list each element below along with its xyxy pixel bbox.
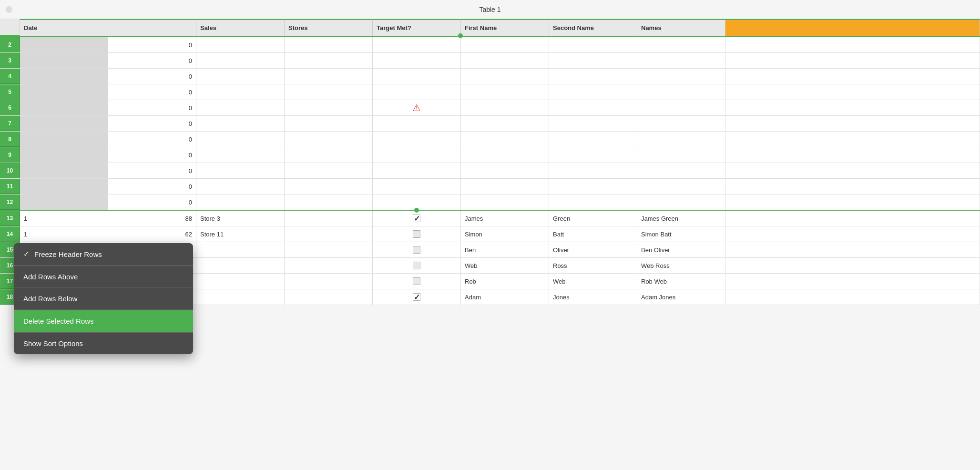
- cell-names[interactable]: [637, 132, 725, 147]
- checkbox[interactable]: [413, 246, 420, 254]
- row-number[interactable]: 6: [0, 100, 20, 115]
- row-number[interactable]: 2: [0, 37, 20, 52]
- cell-date[interactable]: [20, 163, 108, 178]
- cell-col2[interactable]: 0: [108, 69, 196, 84]
- cell-sname[interactable]: Oliver: [549, 242, 637, 257]
- cell-sname[interactable]: [549, 37, 637, 52]
- cell-col2[interactable]: 0: [108, 100, 196, 115]
- cell-sales[interactable]: [196, 69, 285, 84]
- cell-fname[interactable]: Simon: [461, 226, 549, 242]
- frozen-row-handle[interactable]: [414, 208, 419, 213]
- cell-sname[interactable]: Green: [549, 211, 637, 226]
- cell-extra[interactable]: [725, 163, 980, 178]
- cell-fname[interactable]: [461, 194, 549, 210]
- cell-fname[interactable]: [461, 163, 549, 178]
- cell-target[interactable]: [373, 226, 461, 242]
- cell-stores[interactable]: [285, 258, 373, 273]
- cell-fname[interactable]: Web: [461, 258, 549, 273]
- cell-extra[interactable]: [725, 116, 980, 131]
- cell-date[interactable]: [20, 116, 108, 131]
- cell-target[interactable]: [373, 53, 461, 68]
- cell-fname[interactable]: Adam: [461, 289, 549, 305]
- cell-names[interactable]: [637, 116, 725, 131]
- cell-sname[interactable]: [549, 100, 637, 115]
- cell-fname[interactable]: [461, 69, 549, 84]
- row-number[interactable]: 10: [0, 163, 20, 178]
- cell-fname[interactable]: [461, 147, 549, 163]
- cell-sales[interactable]: [196, 179, 285, 194]
- cell-extra[interactable]: [725, 179, 980, 194]
- cell-sales[interactable]: [196, 163, 285, 178]
- cell-stores[interactable]: [285, 226, 373, 242]
- cell-sname[interactable]: [549, 69, 637, 84]
- cell-names[interactable]: [637, 37, 725, 52]
- cell-extra[interactable]: [725, 211, 980, 226]
- row-number[interactable]: 4: [0, 69, 20, 84]
- cell-date[interactable]: [20, 179, 108, 194]
- cell-sname[interactable]: Batt: [549, 226, 637, 242]
- cell-sales[interactable]: [196, 84, 285, 100]
- cell-sname[interactable]: [549, 147, 637, 163]
- cell-col2[interactable]: 0: [108, 116, 196, 131]
- cell-sname[interactable]: [549, 132, 637, 147]
- row-number[interactable]: 12: [0, 194, 20, 210]
- cell-stores[interactable]: [285, 179, 373, 194]
- cell-target[interactable]: [373, 37, 461, 52]
- cell-sales[interactable]: [196, 53, 285, 68]
- cell-stores[interactable]: [285, 242, 373, 257]
- cell-fname[interactable]: [461, 100, 549, 115]
- cell-target-warning[interactable]: ⚠: [373, 100, 461, 115]
- cell-date[interactable]: [20, 69, 108, 84]
- cell-stores[interactable]: [285, 289, 373, 305]
- cell-extra[interactable]: [725, 37, 980, 52]
- cell-target[interactable]: [373, 84, 461, 100]
- cell-stores[interactable]: [285, 163, 373, 178]
- cell-fname[interactable]: [461, 37, 549, 52]
- cell-col2[interactable]: 0: [108, 37, 196, 52]
- cell-extra[interactable]: [725, 194, 980, 210]
- cell-col2[interactable]: 0: [108, 84, 196, 100]
- cell-stores[interactable]: [285, 211, 373, 226]
- cell-stores[interactable]: [285, 274, 373, 289]
- cell-sname[interactable]: [549, 116, 637, 131]
- cell-col2[interactable]: 0: [108, 163, 196, 178]
- cell-sales[interactable]: [196, 289, 285, 305]
- cell-extra[interactable]: [725, 274, 980, 289]
- menu-item-freeze-header[interactable]: ✓ Freeze Header Rows: [14, 243, 193, 266]
- row-number[interactable]: 7: [0, 116, 20, 131]
- cell-target[interactable]: [373, 242, 461, 257]
- cell-date[interactable]: [20, 132, 108, 147]
- checkbox[interactable]: [413, 230, 420, 238]
- cell-sales[interactable]: [196, 258, 285, 273]
- cell-sales[interactable]: [196, 274, 285, 289]
- cell-date[interactable]: [20, 194, 108, 210]
- row-number[interactable]: 13: [0, 211, 20, 226]
- cell-target[interactable]: [373, 258, 461, 273]
- row-number[interactable]: 9: [0, 147, 20, 163]
- cell-sname[interactable]: [549, 179, 637, 194]
- row-number[interactable]: 8: [0, 132, 20, 147]
- cell-extra[interactable]: [725, 100, 980, 115]
- cell-sales[interactable]: [196, 147, 285, 163]
- menu-item-add-rows-below[interactable]: Add Rows Below: [14, 288, 193, 310]
- cell-target[interactable]: ✓: [373, 211, 461, 226]
- row-number[interactable]: 5: [0, 84, 20, 100]
- cell-sname[interactable]: [549, 84, 637, 100]
- cell-target[interactable]: [373, 116, 461, 131]
- cell-target[interactable]: [373, 69, 461, 84]
- cell-date[interactable]: 1: [20, 211, 108, 226]
- cell-extra[interactable]: [725, 53, 980, 68]
- cell-names[interactable]: [637, 179, 725, 194]
- cell-sales[interactable]: Store 11: [196, 226, 285, 242]
- cell-date[interactable]: 1: [20, 226, 108, 242]
- cell-sname[interactable]: [549, 53, 637, 68]
- cell-stores[interactable]: [285, 84, 373, 100]
- cell-names[interactable]: [637, 69, 725, 84]
- cell-col2[interactable]: 0: [108, 53, 196, 68]
- cell-target[interactable]: [373, 194, 461, 210]
- cell-date[interactable]: [20, 84, 108, 100]
- column-resize-handle[interactable]: [458, 33, 463, 38]
- cell-names[interactable]: [637, 147, 725, 163]
- cell-extra[interactable]: [725, 242, 980, 257]
- cell-names[interactable]: [637, 100, 725, 115]
